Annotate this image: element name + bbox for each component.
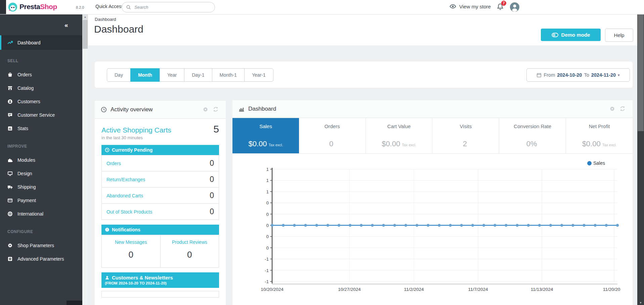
metric-tab-cart-value[interactable]: Cart Value$0.00Tax excl. — [366, 118, 433, 153]
pending-row[interactable]: Out of Stock Products0 — [102, 203, 219, 220]
scroll-up-icon[interactable]: ▲ — [82, 14, 88, 20]
pending-row[interactable]: Orders0 — [102, 155, 219, 171]
sidebar-item-dashboard[interactable]: Dashboard — [0, 35, 82, 50]
sidebar-item-label: Modules — [17, 157, 35, 163]
chart-legend: Sales — [587, 160, 605, 166]
sidebar-item-label: Shipping — [17, 184, 36, 190]
sidebar-item-orders[interactable]: Orders — [0, 68, 82, 81]
sidebar-collapse-button[interactable]: « — [65, 22, 68, 29]
window-scrollbar-thumb[interactable] — [638, 4, 644, 131]
svg-text:0: 0 — [266, 212, 269, 217]
date-to: 2024-11-20 — [591, 72, 616, 78]
sidebar-item-advanced-parameters[interactable]: Advanced Parameters — [0, 252, 82, 266]
metric-tab-label: Cart Value — [366, 123, 432, 129]
pending-label[interactable]: Orders — [106, 161, 121, 166]
content-scrollbar-thumb[interactable] — [83, 20, 88, 49]
sidebar-item-label: Shop Parameters — [17, 243, 54, 248]
window-scrollbar[interactable]: ▲ ▼ — [637, 0, 644, 305]
metric-tab-orders[interactable]: Orders0 — [299, 118, 366, 153]
gear-icon — [7, 243, 13, 249]
svg-text:1: 1 — [266, 167, 269, 172]
gear-icon[interactable] — [203, 107, 208, 112]
pending-label[interactable]: Abandoned Carts — [106, 193, 143, 198]
globe-icon — [7, 211, 13, 217]
svg-text:-1: -1 — [265, 257, 269, 262]
sidebar-item-international[interactable]: International — [0, 207, 82, 221]
activity-overview-panel: Activity overview Active Shopping Carts … — [95, 101, 226, 305]
sidebar-item-design[interactable]: Design — [0, 167, 82, 180]
active-carts-label[interactable]: Active Shopping Carts — [101, 126, 171, 134]
customers-newsletters-range: (FROM 2024-10-20 TO 2024-11-20) — [105, 281, 216, 285]
active-carts-row: Active Shopping Carts 5 — [101, 124, 219, 134]
sidebar-nav: DashboardSELLOrdersCatalogCustomersCusto… — [0, 35, 82, 266]
advanced-icon — [7, 256, 13, 262]
range-button-year-1[interactable]: Year-1 — [244, 68, 273, 82]
legend-label: Sales — [593, 160, 605, 166]
pending-value: 0 — [210, 191, 214, 200]
sidebar-item-shop-parameters[interactable]: Shop Parameters — [0, 239, 82, 252]
pending-label[interactable]: Return/Exchanges — [106, 177, 145, 182]
sidebar-item-catalog[interactable]: Catalog — [0, 81, 82, 95]
metric-tab-value: $0.00Tax excl. — [366, 140, 432, 148]
search-input[interactable] — [134, 4, 211, 10]
range-button-month-1[interactable]: Month-1 — [212, 68, 245, 82]
notification-label[interactable]: Product Reviews — [161, 239, 219, 245]
content-scrollbar[interactable]: ▲ — [82, 14, 88, 305]
dashboard-panel-title: Dashboard — [248, 106, 276, 112]
pending-row[interactable]: Return/Exchanges0 — [102, 171, 219, 187]
active-carts-value: 5 — [213, 124, 219, 134]
sidebar-item-modules[interactable]: Modules — [0, 153, 82, 167]
dashboard-panel: Dashboard Sales$0.00Tax excl.Orders0Cart… — [232, 100, 633, 305]
prestashop-admin: PrestaShop 8.2.0 Quick Access ▾ View my … — [0, 0, 644, 305]
sidebar-item-shipping[interactable]: Shipping — [0, 180, 82, 194]
range-button-year[interactable]: Year — [160, 68, 184, 82]
sidebar-item-payment[interactable]: Payment — [0, 194, 82, 207]
metric-tab-suffix: Tax excl. — [269, 143, 283, 147]
svg-text:-1: -1 — [265, 268, 269, 273]
pending-label[interactable]: Out of Stock Products — [106, 209, 152, 215]
svg-text:11/20/2024: 11/20/2024 — [603, 287, 620, 292]
notification-col[interactable]: Product Reviews0 — [160, 235, 219, 267]
svg-text:1: 1 — [266, 178, 269, 183]
customer-icon — [7, 99, 13, 105]
main-content: Dashboard Dashboard Demo mode Help DayMo… — [88, 14, 637, 305]
sales-chart: Sales 11100000-1-1-110/20/202410/27/2024… — [232, 153, 633, 305]
svg-text:0: 0 — [266, 234, 269, 239]
help-button[interactable]: Help — [605, 29, 633, 42]
sidebar-item-customers[interactable]: Customers — [0, 95, 82, 108]
activity-overview-header: Activity overview — [95, 101, 226, 119]
demo-mode-button[interactable]: Demo mode — [541, 29, 601, 41]
sidebar-item-customer-service[interactable]: Customer Service — [0, 108, 82, 122]
range-button-day[interactable]: Day — [107, 68, 131, 82]
pending-row[interactable]: Abandoned Carts0 — [102, 187, 219, 203]
view-my-store-link[interactable]: View my store — [449, 3, 491, 10]
exclamation-icon — [105, 227, 110, 232]
metric-tab-visits[interactable]: Visits2 — [432, 118, 499, 153]
trend-icon — [7, 40, 13, 45]
bar-chart-icon — [239, 106, 245, 112]
pending-value: 0 — [210, 207, 214, 216]
top-bar: PrestaShop 8.2.0 Quick Access ▾ View my … — [0, 0, 644, 14]
metric-tab-net-profit[interactable]: Net Profit$0.00Tax excl. — [566, 118, 633, 153]
scroll-down-icon[interactable]: ▼ — [637, 300, 644, 305]
sidebar-item-stats[interactable]: Stats — [0, 122, 82, 135]
account-avatar[interactable] — [510, 2, 519, 12]
notification-label[interactable]: New Messages — [102, 239, 160, 245]
range-button-day-1[interactable]: Day-1 — [184, 68, 212, 82]
metric-tab-sales[interactable]: Sales$0.00Tax excl. — [232, 118, 299, 153]
refresh-icon[interactable] — [620, 106, 625, 111]
basket-icon — [7, 72, 13, 78]
date-range-button[interactable]: From 2024-10-20 To 2024-11-20 ▾ — [526, 68, 630, 82]
sidebar-section-improve: IMPROVE — [7, 144, 82, 149]
gear-icon[interactable] — [609, 106, 615, 112]
refresh-icon[interactable] — [213, 107, 218, 112]
metric-tab-label: Visits — [432, 123, 499, 129]
notification-col[interactable]: New Messages0 — [102, 235, 160, 267]
dashboard-panel-header: Dashboard — [232, 100, 633, 118]
metric-tab-suffix: Tax excl. — [402, 143, 416, 147]
metric-tab-conversion-rate[interactable]: Conversion Rate0% — [499, 118, 566, 153]
truck-icon — [7, 184, 13, 190]
card-icon — [7, 198, 13, 203]
prestashop-logo[interactable]: PrestaShop — [19, 3, 57, 11]
range-button-month[interactable]: Month — [130, 68, 160, 82]
